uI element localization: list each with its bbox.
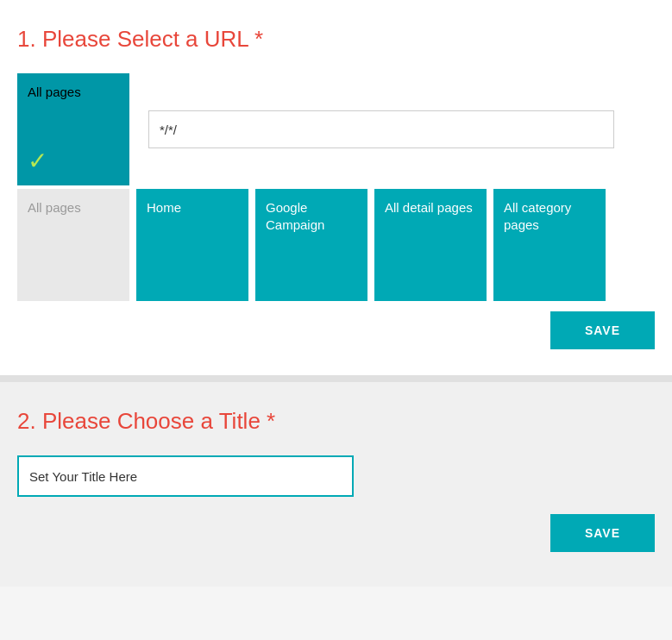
save-button-row-2: SAVE <box>17 514 655 552</box>
tile-all-pages-gray-label: All pages <box>28 199 81 216</box>
tile-all-detail-pages[interactable]: All detail pages <box>374 189 487 301</box>
save-button-1[interactable]: SAVE <box>550 311 655 349</box>
tile-all-pages-gray[interactable]: All pages <box>17 189 129 301</box>
section-1-title: 1. Please Select a URL * <box>17 26 655 53</box>
save-button-row-1: SAVE <box>17 311 655 349</box>
checkmark-icon: ✓ <box>28 147 47 175</box>
section-2-title: 2. Please Choose a Title * <box>17 408 655 435</box>
divider <box>0 375 672 382</box>
section-1-title-text: 1. Please Select a URL <box>17 26 254 52</box>
tile-all-category-pages-label: All category pages <box>504 199 595 233</box>
tile-all-pages-selected[interactable]: All pages ✓ <box>17 73 129 185</box>
tile-all-pages-selected-label: All pages <box>28 84 81 101</box>
save-button-2[interactable]: SAVE <box>550 514 655 552</box>
section-2: 2. Please Choose a Title * SAVE <box>0 382 672 587</box>
tile-all-category-pages[interactable]: All category pages <box>493 189 606 301</box>
second-tile-row: All pages Home Google Campaign All detai… <box>17 189 655 301</box>
top-tile-row: All pages ✓ <box>17 73 655 185</box>
section-2-title-text: 2. Please Choose a Title <box>17 408 267 434</box>
title-input[interactable] <box>17 455 354 497</box>
tile-google-campaign[interactable]: Google Campaign <box>255 189 367 301</box>
tile-home[interactable]: Home <box>136 189 248 301</box>
url-input-wrapper <box>133 73 655 185</box>
tile-all-detail-pages-label: All detail pages <box>385 199 473 216</box>
section-2-asterisk: * <box>267 408 275 434</box>
tile-home-label: Home <box>147 199 181 216</box>
url-input[interactable] <box>148 110 614 148</box>
tile-google-campaign-label: Google Campaign <box>266 199 357 233</box>
section-1: 1. Please Select a URL * All pages ✓ All… <box>0 0 672 375</box>
section-1-asterisk: * <box>254 26 263 52</box>
